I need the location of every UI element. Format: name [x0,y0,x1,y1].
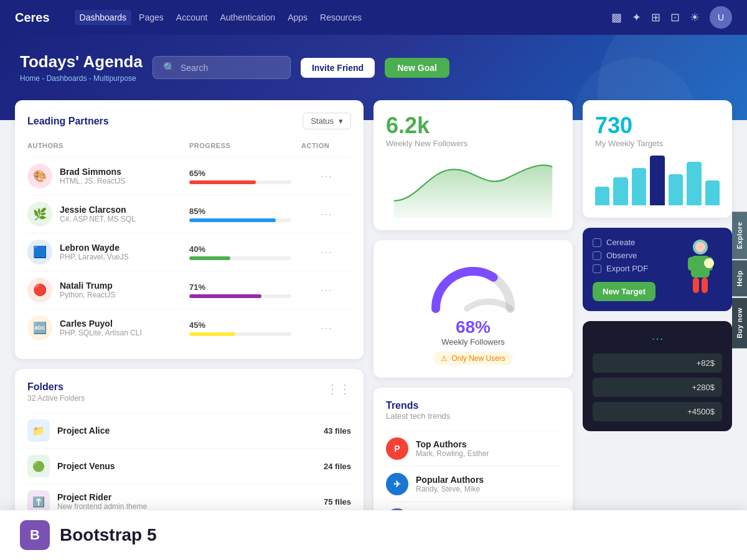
partner-details: Natali Trump Python, ReactJS [60,281,115,299]
trend-icon: ✈ [386,473,408,495]
progress-pct: 71% [189,282,291,292]
folders-list: 📁 Project Alice 43 files 🟢 Project Venus… [27,413,351,519]
middle-col: 6.2k Weekly New Followers [374,100,573,549]
search-input[interactable] [181,63,280,73]
new-target-button[interactable]: New Target [593,282,655,301]
partner-action-btn[interactable]: ⋯ [301,283,351,297]
cta-content: CereateObserveExport PDF New Target [593,238,674,301]
partner-details: Jessie Clarcson C#, ASP.NET, MS SQL [60,205,136,223]
cta-checkbox[interactable] [593,251,601,260]
bootstrap-banner: B Bootstrap 5 [0,510,747,560]
svg-rect-2 [688,257,694,271]
partner-skills: C#, ASP.NET, MS SQL [60,215,136,223]
progress-bar-bg [189,332,291,336]
cta-item: Export PDF [593,264,674,273]
side-tab-buynow[interactable]: Buy now [732,297,747,348]
right-stats-card: ⋯ +82$ +280$ +4500$ [583,321,732,431]
partner-info: 🎨 Brad Simmons HTML, JS, ReactJS [27,164,189,189]
partner-action-btn[interactable]: ⋯ [301,169,351,183]
partner-row: 🔤 Carles Puyol PHP, SQLite, Artisan CLI … [27,309,351,347]
nav-item-pages[interactable]: Pages [134,10,169,25]
cta-card: CereateObserveExport PDF New Target [583,228,732,311]
cta-checkbox[interactable] [593,238,601,247]
status-label: Status [311,116,334,126]
leading-partners-header: Leading Partners Status ▾ [27,113,351,129]
side-tab-explore[interactable]: Explore [732,212,747,259]
trends-title-area: Trends Latest tech trends [386,400,450,421]
stat-1: +82$ [593,353,722,373]
partner-details: Brad Simmons HTML, JS, ReactJS [60,167,125,185]
trend-details: Popular Authors Randy, Steve, Mike [416,475,484,493]
cta-item: Cereate [593,238,674,247]
nav-item-apps[interactable]: Apps [283,10,312,25]
targets-card: 730 My Weekly Targets [583,100,732,218]
partner-info: 🔴 Natali Trump Python, ReactJS [27,278,189,302]
grid-icon[interactable]: ⊡ [670,11,680,24]
nav-item-account[interactable]: Account [171,10,213,25]
table-header: AUTHORS PROGRESS ACTION [27,139,351,152]
trend-details: Top Authors Mark, Rowling, Esther [416,439,489,458]
search-box[interactable]: 🔍 [153,56,291,79]
folder-name: Project Rider [57,492,147,502]
folder-details: Project Rider New frontend admin theme [57,492,147,511]
trends-title: Trends [386,400,418,411]
followers-count: 6.2k [386,113,560,139]
nav-item-resources[interactable]: Resources [315,10,367,25]
page-title: Todays' Agenda [20,52,143,72]
bar-chart-icon[interactable]: ▩ [611,11,622,24]
new-goal-button[interactable]: New Goal [385,58,449,78]
partner-row: 🎨 Brad Simmons HTML, JS, ReactJS 65% ⋯ [27,157,351,195]
trend-sub: Mark, Rowling, Esther [416,449,489,458]
sun-icon[interactable]: ☀ [690,11,700,24]
brand-logo: Ceres [15,11,50,25]
partner-progress: 40% [189,245,301,260]
layout-icon[interactable]: ⊞ [651,11,660,24]
partner-name: Jessie Clarcson [60,205,136,215]
partner-skills: Python, ReactJS [60,291,115,299]
cta-checkbox[interactable] [593,264,601,273]
progress-bar [189,256,230,260]
progress-bar [189,294,261,298]
targets-label: My Weekly Targets [595,139,720,148]
partner-avatar: 🌿 [27,202,52,226]
folders-more-icon[interactable]: ⋮⋮ [326,381,351,396]
character-svg [682,238,719,301]
progress-bar-bg [189,218,291,222]
gauge-note-text: Only New Users [451,354,505,363]
partner-action-btn[interactable]: ⋯ [301,207,351,221]
folders-title-area: Folders 32 Active Folders [27,381,85,403]
partner-action-btn[interactable]: ⋯ [301,321,351,335]
targets-count: 730 [595,113,720,139]
partner-progress: 71% [189,282,301,298]
partner-info: 🌿 Jessie Clarcson C#, ASP.NET, MS SQL [27,202,189,226]
user-avatar[interactable]: U [710,6,732,29]
nav-item-authentication[interactable]: Authentication [215,10,280,25]
partner-info: 🔤 Carles Puyol PHP, SQLite, Artisan CLI [27,315,189,340]
right-stats-icon: ⋯ [593,331,722,346]
invite-friend-button[interactable]: Invite Friend [301,58,375,78]
sparkle-icon[interactable]: ✦ [632,11,641,24]
progress-bar [189,180,256,184]
trend-name: Popular Authors [416,475,484,485]
nav-menu: DashboardsPagesAccountAuthenticationApps… [75,10,367,25]
header-title-area: Todays' Agenda Home - Dashboards - Multi… [20,52,143,83]
stat-3: +4500$ [593,402,722,421]
folders-count: 32 Active Folders [27,394,85,403]
col-progress: PROGRESS [189,142,301,149]
progress-pct: 85% [189,207,291,216]
bar-item [669,174,683,205]
nav-item-dashboards[interactable]: Dashboards [75,10,132,25]
gauge-percent: 68% [386,317,560,337]
svg-point-6 [695,242,705,252]
progress-bar-bg [189,256,291,260]
folder-files: 43 files [324,426,351,436]
partner-avatar: 🔤 [27,315,52,340]
partner-name: Brad Simmons [60,167,125,177]
bootstrap-text: Bootstrap 5 [60,525,157,545]
partner-action-btn[interactable]: ⋯ [301,245,351,259]
partner-details: Lebron Wayde PHP, Laravel, VueJS [60,243,129,261]
followers-chart [386,156,560,218]
side-tab-help[interactable]: Help [732,260,747,296]
partners-list: 🎨 Brad Simmons HTML, JS, ReactJS 65% ⋯ 🌿… [27,157,351,347]
status-dropdown[interactable]: Status ▾ [303,113,351,129]
